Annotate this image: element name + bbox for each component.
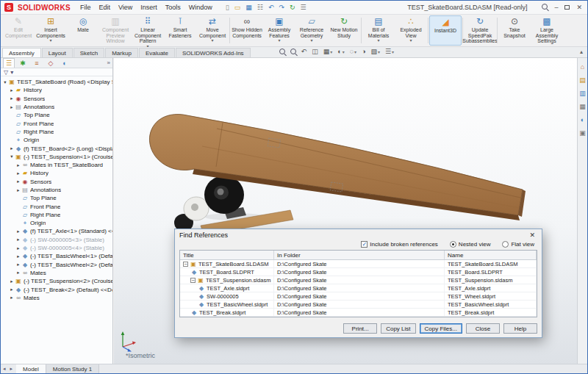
expand-arrow-icon[interactable]: ▸ [9,278,15,284]
include-broken-references-checkbox[interactable]: ✓ Include broken references [361,241,438,248]
show-hidden-components-button[interactable]: ∞Show Hidden Components [231,15,263,46]
previous-view-button[interactable]: ↶ [301,48,307,55]
feature-manager-tab[interactable]: ☰ [3,58,15,68]
menu-edit[interactable]: Edit [98,4,110,11]
tree-item[interactable]: ▸▰History [1,86,112,94]
instant3d-button[interactable]: ◢Instant3D [429,15,462,46]
tree-item[interactable]: ▸◆(-) TEST_Break<2> (Default) <<Defau [1,285,112,293]
tree-item[interactable]: ▸∞Mates [1,269,112,277]
collapse-box-icon[interactable]: − [183,262,188,267]
tree-item[interactable]: ▸◆(f) TEST_Axle<1> (Standard) << [1,227,112,235]
tab-markup[interactable]: Markup [105,48,138,57]
expand-arrow-icon[interactable]: ▸ [15,229,21,234]
expand-arrow-icon[interactable]: ▸ [15,162,21,168]
tree-item[interactable]: ⌖Origin [1,136,112,144]
copy-files-button[interactable]: Copy Files... [420,323,462,334]
expand-arrow-icon[interactable]: ▸ [9,104,15,110]
collapse-ribbon-icon[interactable]: ▴ [580,48,583,57]
zoom-fit-button[interactable] [279,48,285,54]
open-button[interactable]: ▭ [234,4,241,11]
tree-item[interactable]: ▸◉Sensors [1,95,112,103]
chevron-down-icon[interactable]: ▾ [10,69,13,76]
tree-item[interactable]: ▸◆(f) TEST_Board<2> (Long) <Display S [1,144,112,152]
close-button[interactable]: ✕ [576,4,582,11]
resources-tab[interactable]: ⌂ [581,63,584,71]
tree-item[interactable]: ▾▣(-) TEST_Suspension<1> (Crouiser) [1,153,112,161]
tree-item[interactable]: ⌖Origin [1,219,112,227]
reference-row[interactable]: ◆SW-0000005D:\Configured SkateTEST_Wheel… [180,292,537,301]
new-motion-study-button[interactable]: ↻New Motion Study [328,15,360,46]
file-explorer-tab[interactable]: ▥ [579,90,586,97]
nested-view-radio[interactable]: Nested view [450,241,491,248]
view-orientation-button[interactable]: ▦▾ [323,48,333,55]
tree-item[interactable]: ▱Right Plane [1,211,112,219]
linear-component-pattern-button[interactable]: ⠿Linear Component Pattern▾ [132,15,164,46]
search-button[interactable] [542,4,548,11]
tree-item[interactable]: ▸▤Annotations [1,186,112,194]
collapse-arrow-icon[interactable]: ▾ [2,79,8,85]
flat-view-radio[interactable]: Flat view [502,241,534,248]
tab-evaluate[interactable]: Evaluate [139,48,175,57]
reference-row[interactable]: ◆TEST_Break.sldprtD:\Configured SkateTES… [180,309,537,317]
tab-model[interactable]: Model [16,364,46,373]
expand-arrow-icon[interactable]: ▸ [9,96,15,101]
expand-arrow-icon[interactable]: ▸ [15,245,21,251]
expand-arrow-icon[interactable]: ▸ [9,287,15,292]
menu-insert[interactable]: Insert [140,4,157,11]
rebuild-button[interactable]: ↻ [290,4,295,11]
menu-view[interactable]: View [118,4,132,11]
dialog-close-button[interactable]: ✕ [527,231,537,239]
design-library-tab[interactable]: ▤ [579,76,586,84]
print-button[interactable]: Print... [343,323,377,334]
menu-window[interactable]: Window [189,4,212,11]
expand-arrow-icon[interactable]: ▸ [15,170,21,176]
print-button[interactable]: ☷ [257,4,263,11]
copy-list-button[interactable]: Copy List [381,323,415,334]
reference-geometry-button[interactable]: ▱Reference Geometry▾ [295,15,328,46]
zoom-area-button[interactable] [290,48,296,54]
tree-item[interactable]: ▸◆(-) TEST_BasicWheel<1> (Default [1,252,112,260]
menu-tools[interactable]: Tools [165,4,181,11]
tab-sketch[interactable]: Sketch [74,48,104,57]
view-settings-button[interactable]: ☰▾ [385,48,394,55]
mate-button[interactable]: ◎Mate [67,15,99,46]
save-button[interactable]: ▦ [245,4,252,11]
tab-motion-study-1[interactable]: Motion Study 1 [46,364,99,373]
pane-arrows-icon[interactable]: » [107,60,110,66]
tree-item[interactable]: ▸◆(-) TEST_BasicWheel<2> (Default [1,261,112,269]
expand-arrow-icon[interactable]: ▸ [15,179,21,184]
dialog-title-bar[interactable]: Find References ✕ [175,229,542,240]
tab-assembly[interactable]: Assembly [2,48,41,57]
expand-arrow-icon[interactable]: ▸ [15,187,21,193]
reference-row[interactable]: −▣TEST_SkateBoard.SLDASMD:\Configured Sk… [180,260,537,268]
close-button[interactable]: Close [466,323,500,334]
tab-solidworks-add-ins[interactable]: SOLIDWORKS Add-Ins [176,48,251,57]
expand-arrow-icon[interactable]: ▸ [9,145,15,151]
exploded-view-button[interactable]: ∴Exploded View▾ [395,15,427,46]
expand-arrow-icon[interactable]: ▸ [15,270,21,276]
column-name[interactable]: Name [445,251,537,259]
insert-components-button[interactable]: ⊞Insert Components▾ [35,15,67,46]
tree-item[interactable]: ▱Top Plane [1,194,112,202]
menu-file[interactable]: File [80,4,91,11]
large-assembly-settings-button[interactable]: ▩Large Assembly Settings [531,15,563,46]
configuration-manager-tab[interactable]: ≡ [31,59,43,68]
minimize-button[interactable]: – [554,4,558,11]
edit-appearance-button[interactable]: ◑ [362,48,365,55]
column-title[interactable]: Title [180,251,274,259]
display-style-button[interactable]: ◐▾ [337,48,344,55]
reference-row[interactable]: ◆TEST_BasicWheel.sldprtD:\Configured Ska… [180,301,537,309]
tree-item[interactable]: ▸▤Annotations [1,103,112,111]
options-button[interactable]: ☰ [301,4,306,11]
reference-row[interactable]: ◆TEST_Board.SLDPRTD:\Configured SkateTES… [180,268,537,276]
tab-layout[interactable]: Layout [42,48,73,57]
new-button[interactable]: ▯ [226,4,229,11]
tree-item[interactable]: ▸◆(-) SW-0000005<4> (Stable) [1,244,112,252]
tree-item[interactable]: ▸▰History [1,169,112,177]
assembly-features-button[interactable]: ▣Assembly Features▾ [263,15,295,46]
expand-arrow-icon[interactable]: ▸ [15,262,21,267]
move-component-button[interactable]: ⇄Move Component▾ [196,15,229,46]
tree-item[interactable]: ▸∞Mates in TEST_SkateBoard [1,161,112,169]
tree-item[interactable]: ▱Front Plane [1,119,112,127]
scroll-tabs-right-button[interactable]: ▸ [8,364,15,373]
